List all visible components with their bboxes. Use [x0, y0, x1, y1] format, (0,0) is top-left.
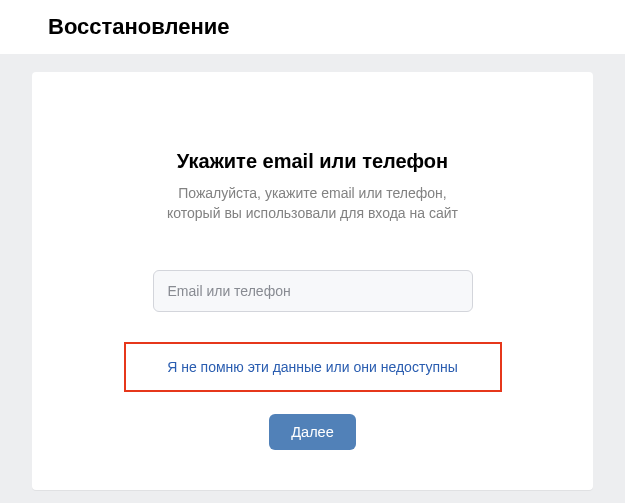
- subtitle-line-2: который вы использовали для входа на сай…: [167, 205, 458, 221]
- forgot-link-highlight: Я не помню эти данные или они недоступны: [124, 342, 502, 392]
- page-title: Восстановление: [48, 14, 625, 40]
- subtitle-line-1: Пожалуйста, укажите email или телефон,: [178, 185, 447, 201]
- card-title: Укажите email или телефон: [82, 150, 543, 173]
- card-subtitle: Пожалуйста, укажите email или телефон, к…: [82, 183, 543, 224]
- recovery-card: Укажите email или телефон Пожалуйста, ук…: [32, 72, 593, 490]
- page-background: Укажите email или телефон Пожалуйста, ук…: [0, 54, 625, 503]
- email-phone-input[interactable]: [153, 270, 473, 312]
- page-header: Восстановление: [0, 0, 625, 54]
- forgot-data-link[interactable]: Я не помню эти данные или они недоступны: [167, 359, 458, 375]
- next-button[interactable]: Далее: [269, 414, 355, 450]
